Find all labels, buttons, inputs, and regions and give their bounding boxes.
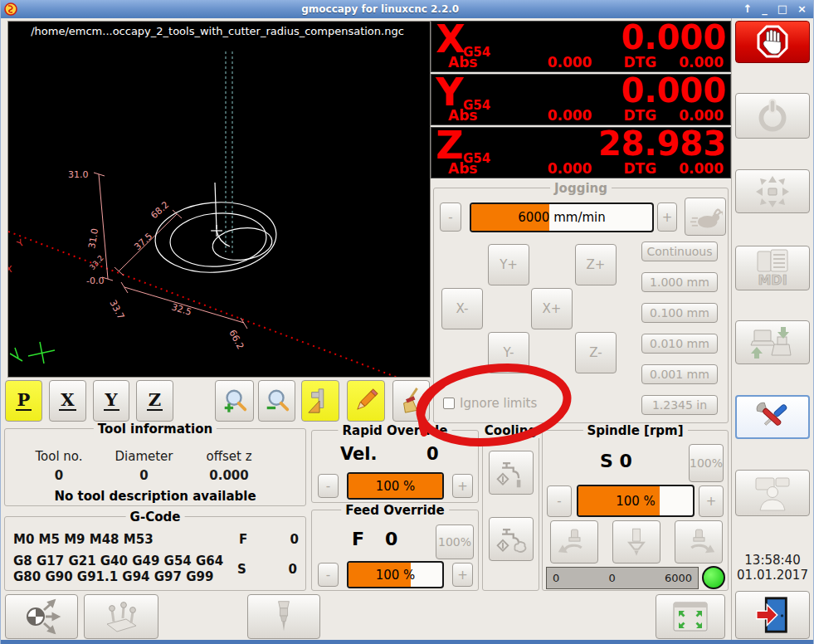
spindle-frame: Spindle [rpm] S 0 100% - 100 % + — [542, 430, 729, 591]
caliper-icon — [306, 387, 334, 415]
zoom-out-icon — [263, 387, 291, 415]
jog-y-minus-button[interactable]: Y- — [488, 332, 529, 373]
increment-continuous-button[interactable]: Continuous — [641, 242, 718, 261]
mdi-mode-button[interactable]: MDI — [735, 246, 810, 290]
spindle-speed-readout: S 0 — [600, 451, 632, 471]
axis-z-dtg-label: DTG — [623, 160, 656, 177]
dro-axis-z[interactable]: Z G54 28.983 Abs 0.000 DTG 0.000 — [431, 127, 731, 178]
offset-z-value: 0.000 — [183, 468, 275, 483]
jog-speed-slider[interactable]: 6000 mm/min — [470, 202, 654, 232]
shade-button[interactable]: ↑ — [743, 2, 752, 17]
rapid-minus-button[interactable]: - — [318, 474, 339, 498]
axis-x-dtg-value: 0.000 — [656, 54, 724, 71]
estop-button[interactable] — [735, 21, 810, 63]
feed-minus-label: - — [326, 568, 330, 583]
settings-button[interactable] — [735, 395, 810, 439]
spindle-reset-button[interactable]: 100% — [689, 444, 724, 482]
jog-y-plus-button[interactable]: Y+ — [488, 244, 529, 285]
spindle-stop-button[interactable] — [612, 520, 660, 564]
edit-button[interactable] — [347, 380, 385, 422]
jog-x-minus-button[interactable]: X- — [441, 288, 483, 329]
touch-off-button[interactable] — [5, 594, 78, 639]
feed-minus-button[interactable]: - — [318, 563, 339, 587]
jog-z-minus-button[interactable]: Z- — [575, 332, 617, 373]
maximize-button[interactable]: □ — [777, 2, 787, 17]
dro-axis-x[interactable]: X G54 0.000 Abs 0.000 DTG 0.000 — [431, 21, 731, 72]
spindle-cw-button[interactable] — [675, 520, 723, 564]
increment-001mm-button[interactable]: 0.010 mm — [641, 334, 718, 354]
feed-reset-button[interactable]: 100% — [436, 524, 474, 559]
feed-override-slider[interactable]: 100 % — [347, 561, 444, 588]
flood-button[interactable] — [489, 451, 534, 495]
increment-01mm-button[interactable]: 0.100 mm — [641, 303, 718, 323]
mdi-icon: MDI — [749, 249, 796, 287]
jog-speed-plus-button[interactable]: + — [657, 202, 677, 232]
axis-x-dtg-label: DTG — [623, 54, 656, 71]
zoom-out-button[interactable] — [258, 380, 295, 422]
increment-01mm-label: 0.100 mm — [650, 306, 709, 320]
zoom-in-button[interactable] — [215, 380, 254, 422]
close-button[interactable]: × — [797, 2, 807, 17]
view-y-button[interactable]: Y — [93, 380, 129, 422]
tool-button[interactable] — [247, 594, 320, 639]
spindle-minus-button[interactable]: - — [547, 485, 572, 517]
jog-speed-minus-button[interactable]: - — [440, 202, 461, 232]
dim-z-top: 31.0 — [68, 169, 89, 180]
spindle-ccw-button[interactable] — [550, 520, 598, 564]
jog-x-plus-button[interactable]: X+ — [531, 288, 573, 329]
auto-mode-button[interactable] — [735, 320, 810, 364]
zoom-in-icon — [221, 387, 249, 415]
increment-0001mm-button[interactable]: 0.001 mm — [641, 364, 718, 384]
jog-y-plus-label: Y+ — [500, 257, 518, 272]
clear-plot-button[interactable] — [392, 380, 430, 422]
gremlin-preview[interactable]: /home/emcm...occapy_2_tools_with_cutter_… — [7, 21, 431, 378]
preview-canvas: /home/emcm...occapy_2_tools_with_cutter_… — [8, 22, 430, 377]
increment-001mm-label: 0.010 mm — [650, 337, 709, 350]
jog-y-minus-label: Y- — [504, 345, 514, 360]
rapid-plus-button[interactable]: + — [452, 474, 473, 498]
spindle-plus-button[interactable]: + — [699, 485, 724, 517]
tool-description: No tool description available — [5, 489, 305, 504]
feed-override-frame: Feed Override F 0 100% - 100 % + — [311, 510, 479, 591]
rapid-override-slider[interactable]: 100 % — [347, 472, 444, 500]
fullscreen-button[interactable] — [656, 594, 725, 639]
offset-z-header: offset z — [183, 449, 275, 464]
view-p-label: P — [16, 391, 32, 411]
spindle-override-slider[interactable]: 100 % — [577, 485, 695, 517]
dro-axis-y[interactable]: Y G54 0.000 Abs 0.000 DTG 0.000 — [431, 74, 731, 125]
jog-turtle-rabbit-button[interactable] — [685, 198, 726, 236]
ignore-limits-checkbox[interactable] — [443, 398, 455, 409]
dim-x-end: 66.2 — [227, 328, 246, 351]
axis-z-abs-value: 0.000 — [477, 160, 592, 177]
tools-settings-icon — [749, 399, 796, 436]
dim-x-start: 33.7 — [107, 298, 126, 321]
jog-z-plus-button[interactable]: Z+ — [575, 244, 617, 285]
rapid-plus-label: + — [457, 479, 468, 494]
mdi-icon-label: MDI — [758, 272, 787, 287]
machine-on-button[interactable] — [735, 93, 810, 139]
minimize-button[interactable]: _ — [762, 2, 768, 17]
feed-plus-button[interactable]: + — [452, 563, 473, 587]
rapid-minus-label: - — [326, 479, 330, 494]
exit-button[interactable] — [735, 591, 810, 639]
spindle-stop-icon — [619, 526, 654, 558]
view-x-button[interactable]: X — [49, 380, 86, 422]
view-z-button[interactable]: Z — [136, 380, 173, 422]
touch-plate-button[interactable] — [84, 594, 158, 639]
increment-1mm-button[interactable]: 1.000 mm — [641, 272, 718, 292]
increment-0001mm-label: 0.001 mm — [650, 368, 709, 381]
dim-z-zero: -0.0 — [86, 276, 104, 286]
ignore-limits-label: Ignore limits — [460, 396, 537, 411]
user-settings-button[interactable] — [735, 470, 810, 516]
velocity-value: 0 — [426, 444, 439, 464]
manual-mode-button[interactable] — [735, 169, 810, 213]
rabbit-icon — [688, 202, 723, 232]
increment-inch-button[interactable]: 1.2345 in — [641, 395, 718, 415]
dimensions-button[interactable] — [301, 380, 339, 422]
view-p-button[interactable]: P — [5, 380, 42, 422]
jog-speed-value: 6000 mm/min — [518, 210, 606, 225]
origin-marker — [10, 342, 55, 363]
spindle-ccw-icon — [557, 526, 592, 558]
tool-info-title: Tool information — [94, 422, 217, 437]
mist-button[interactable] — [489, 517, 534, 561]
